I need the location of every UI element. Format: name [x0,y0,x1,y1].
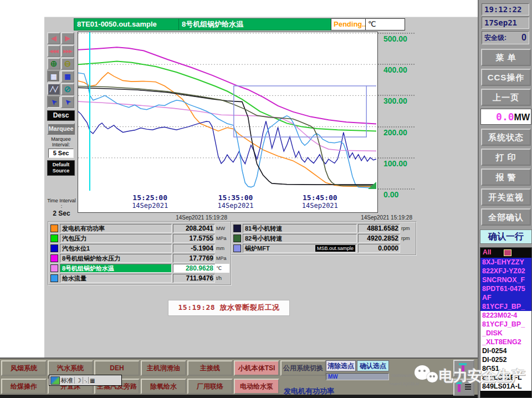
sidebar-button-switch-monitor[interactable]: 开关监视 [481,188,531,206]
alarm-item[interactable]: _XLT8ENG2 [480,338,531,346]
point-description-box[interactable]: 8号机组锅炉给水温 [178,18,336,30]
sidebar-button-alarm[interactable]: 报 警 [481,169,531,186]
pen-name: 82号小机转速 [243,234,357,243]
legend-row[interactable]: 81号小机转速4881.6582rpm [233,224,415,233]
x-tick-date: 14Sep2021 [200,202,272,210]
bottom-nav-button[interactable]: 给煤操作 [1,379,47,394]
bottom-nav-button[interactable]: 电动给水泵 [234,379,279,394]
pen-value: 17.5755 [173,234,215,243]
alarm-item[interactable]: AF [480,293,531,302]
alarm-filter-icon[interactable] [504,249,511,256]
x-tick-label: 15:25:0014Sep2021 [114,193,186,210]
zoom-in-icon[interactable]: ⊕ [47,58,60,70]
alarm-item[interactable]: 8PDT61-0475 [480,284,531,293]
pen-unit: rpm [400,224,415,233]
alarm-item[interactable]: 822XFJ-YZ02 [480,267,531,275]
alarm-item[interactable]: 8223M02-4 [480,311,531,320]
alarm-item[interactable]: 849LS01B-L [480,373,531,382]
trend-tool-button[interactable] [453,360,474,377]
disable-icon[interactable]: ⊘ [61,83,74,95]
alarm-item[interactable]: DI-0254 [480,346,531,355]
alarm-list-header[interactable]: All [480,248,531,258]
security-level-panel: 安全级: 0 [482,31,529,44]
bottom-nav-button[interactable]: 厂用联络 [187,379,233,394]
ime-language-icon[interactable] [50,376,60,385]
x-tick-label: 15:45:0014Sep2021 [284,193,356,210]
step-forward-icon[interactable]: ▶ [61,32,74,44]
alarm-filter-all-label[interactable]: All [483,248,491,256]
legend-row[interactable]: 82号小机转速4920.2852rpm [233,234,415,243]
pen-value: -5.1904 [173,244,215,253]
bottom-nav-button[interactable]: 风烟系统 [1,360,47,376]
alarm-item[interactable]: 849LS01A-L [480,382,531,391]
pen-name: 给水流量 [60,274,172,283]
alarm-item[interactable]: 81YCFJ_BP_ [480,302,531,311]
legend-row[interactable]: 汽包压力17.5755MPa [50,234,229,243]
alarm-item[interactable]: SNCRNOX_F [480,275,531,284]
alarm-item[interactable]: DI-0252 [480,355,531,364]
ime-punctuation-icon[interactable]: ·‚ [84,377,87,383]
pointer-icon[interactable]: ➤ [47,96,60,108]
ime-halfmoon-icon[interactable]: ☽ [76,377,81,384]
ime-keyboard-icon[interactable]: ▦ [90,377,95,384]
acknowledge-row-button[interactable]: 确认一行 [480,229,532,244]
y-tick-label: 300.00 [383,96,407,105]
marquee-interval-value[interactable]: 5 Sec [48,149,74,158]
trend-curves-icon[interactable]: ╱╲╱ [47,83,60,95]
fast-forward-icon[interactable]: ▶▶▶ [61,45,74,57]
pen-unit: rpm [400,234,415,243]
x-tick-time: 15:45:00 [284,193,356,202]
bottom-nav-button[interactable]: 公用系统切换 [280,360,326,376]
bottom-nav-button[interactable]: DEH [94,360,140,376]
legend-row[interactable]: 给水流量711.9476t/h [50,274,229,283]
trend-plot-area[interactable] [78,32,378,192]
step-back-icon[interactable]: ◀ [47,32,60,44]
zoom-out-icon[interactable]: ⊖ [61,58,74,70]
pen-value: 4881.6582 [358,224,400,233]
ime-mode-label[interactable]: 标准 [61,376,73,385]
sidebar-button-ack-all[interactable]: 全部确认 [481,208,531,226]
pointer-alt-icon[interactable]: ➤ [61,96,74,108]
grid-view-icon[interactable]: ▦ [61,70,74,83]
main-path-text: *main\TJQG15.M [389,382,419,386]
date-display: 17Sep21 [482,17,529,29]
legend-row[interactable]: 锅炉MFTMSB.out.sample0.0000 [233,244,415,253]
trend-tool-icon-bar [462,365,464,373]
bottom-nav-button[interactable]: 小机本体TSI [234,360,279,376]
trend-list-tool-button[interactable] [453,379,474,396]
bottom-nav-button[interactable]: 主接线 [187,360,233,376]
marquee-button[interactable]: Marquee [47,123,75,135]
legend-row[interactable]: 发电机有功功率208.2041MW [50,224,229,233]
clock-display: 19:12:22 [482,3,529,16]
table-view-icon[interactable]: ▦ [47,70,60,83]
alarm-list: 8XJ-EHYZZY822XFJ-YZ02SNCRNOX_F8PDT61-047… [480,258,531,391]
point-tag-box[interactable]: 8TE01-0050.out.sample [74,18,183,30]
sidebar-button-ccs[interactable]: CCS操作 [481,69,531,86]
legend-row[interactable]: 汽包水位1-5.1904mm [50,244,229,253]
sidebar-button-menu[interactable]: 菜 单 [481,49,531,66]
confirm-selection-button[interactable]: 确认选点 [357,360,389,371]
desc-button[interactable]: Desc [47,110,75,121]
alarm-item[interactable]: 8G51 [480,364,531,373]
legend-timestamp-right: 14Sep2021 15:19:28 [232,215,412,221]
sidebar-button-print[interactable]: 打 印 [481,149,531,166]
bottom-nav-button[interactable]: 除氧给水 [141,379,186,394]
alarm-item[interactable]: 81YCFJ_BP_ [480,320,531,329]
sidebar-button-system-status[interactable]: 系统状态 [481,129,531,146]
pen-color-swatch [50,254,58,262]
sidebar-button-prev-page[interactable]: 上一页 [481,89,531,106]
alarm-item[interactable]: 8XJ-EHYZZY [480,258,531,267]
clear-selection-button[interactable]: 清除选点 [326,360,356,371]
bottom-nav-button[interactable]: 主机润滑油 [141,360,186,376]
alarm-item[interactable]: _DISK [480,329,531,338]
ime-toolbar[interactable]: 标准 ☽ ·‚ ▦ [49,375,122,386]
default-source-button[interactable]: Default Source [47,160,75,176]
pen-unit: MPa [215,234,229,243]
legend-row[interactable]: 8号机组锅炉给水温280.9628℃ [50,264,229,273]
fast-back-icon[interactable]: ◀◀◀ [47,45,60,57]
pen-color-swatch [50,234,58,242]
legend-row[interactable]: 8号机组锅炉给水压力17.7769MPa [50,254,229,263]
bottom-nav-button[interactable]: 汽水系统 [48,360,93,376]
unit-select-field[interactable]: MW [326,373,389,380]
pen-color-swatch [233,224,241,232]
